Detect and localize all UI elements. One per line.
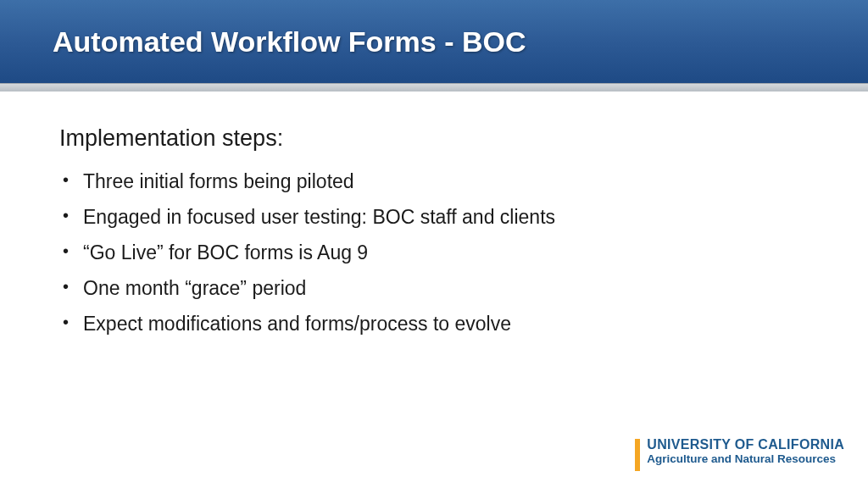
slide-header: Automated Workflow Forms - BOC	[0, 0, 868, 83]
header-divider	[0, 83, 868, 92]
list-item: “Go Live” for BOC forms is Aug 9	[83, 240, 809, 266]
slide-content: Implementation steps: Three initial form…	[0, 92, 868, 337]
list-item: Expect modifications and forms/process t…	[83, 311, 809, 337]
list-item: Three initial forms being piloted	[83, 169, 809, 195]
list-item: One month “grace” period	[83, 275, 809, 302]
footer-logo: UNIVERSITY OF CALIFORNIA Agriculture and…	[635, 437, 844, 471]
logo-university-name: UNIVERSITY OF CALIFORNIA	[647, 437, 844, 452]
list-item: Engaged in focused user testing: BOC sta…	[83, 204, 809, 230]
bullet-list: Three initial forms being piloted Engage…	[59, 169, 809, 337]
logo-text: UNIVERSITY OF CALIFORNIA Agriculture and…	[647, 437, 844, 466]
slide-title: Automated Workflow Forms - BOC	[53, 25, 526, 58]
logo-department-name: Agriculture and Natural Resources	[647, 452, 844, 466]
logo-accent-bar	[635, 439, 640, 471]
section-heading: Implementation steps:	[59, 125, 809, 152]
